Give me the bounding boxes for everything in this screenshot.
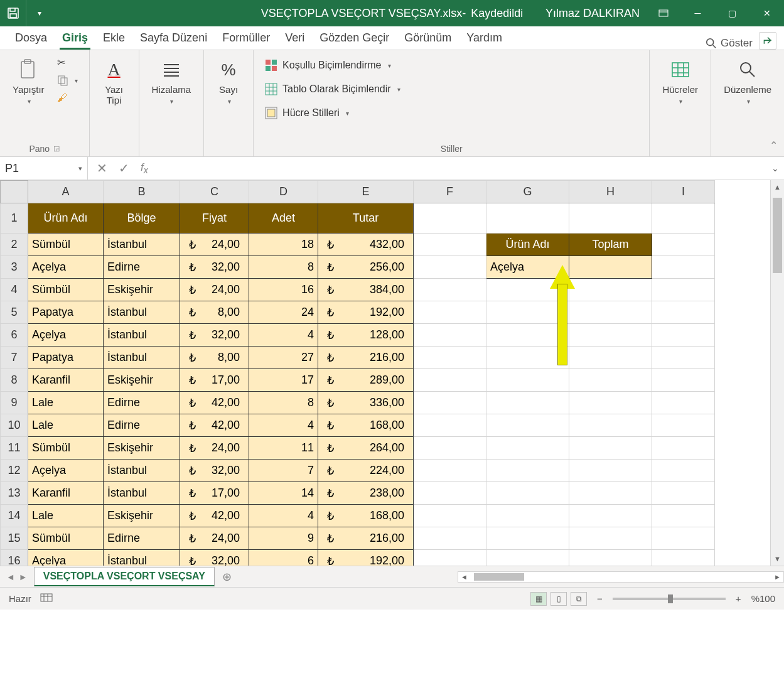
cell[interactable] xyxy=(414,234,486,256)
cell[interactable]: 7 xyxy=(249,460,318,482)
customize-qat[interactable]: ▾ xyxy=(26,0,53,26)
select-all-corner[interactable] xyxy=(1,181,28,203)
copy-button[interactable]: ▾ xyxy=(55,73,80,87)
cell[interactable] xyxy=(414,369,486,392)
cancel-icon[interactable]: ✕ xyxy=(97,161,107,176)
cell[interactable]: ₺8,00 xyxy=(180,347,249,369)
cell[interactable]: Karanfil xyxy=(28,369,104,392)
table-header-cell[interactable]: Toplam xyxy=(569,234,652,256)
cell[interactable] xyxy=(569,279,652,301)
cell[interactable]: ₺168,00 xyxy=(318,414,414,437)
row-header[interactable]: 6 xyxy=(1,324,28,347)
row-header[interactable]: 3 xyxy=(1,256,28,279)
zoom-slider[interactable] xyxy=(613,598,726,600)
tell-me-search[interactable]: Göster xyxy=(699,37,759,50)
cell[interactable]: ₺32,00 xyxy=(180,460,249,482)
cell[interactable]: Sümbül xyxy=(28,437,104,460)
tab-giris[interactable]: Giriş xyxy=(55,26,95,50)
cell[interactable] xyxy=(652,347,715,369)
tab-sayfa-duzeni[interactable]: Sayfa Düzeni xyxy=(132,26,215,50)
table-header-cell[interactable]: Ürün Adı xyxy=(28,203,104,234)
cell[interactable] xyxy=(569,369,652,392)
cell[interactable]: 6 xyxy=(249,550,318,566)
cell[interactable] xyxy=(486,527,569,550)
tab-dosya[interactable]: Dosya xyxy=(8,26,55,50)
minimize-button[interactable]: ─ xyxy=(680,0,715,26)
column-header[interactable]: G xyxy=(486,181,569,203)
cell[interactable]: 9 xyxy=(249,527,318,550)
close-button[interactable]: ✕ xyxy=(749,0,784,26)
cut-button[interactable]: ✂ xyxy=(55,55,80,70)
row-header[interactable]: 8 xyxy=(1,369,28,392)
cell[interactable]: 11 xyxy=(249,437,318,460)
cell[interactable] xyxy=(569,347,652,369)
cell[interactable]: 17 xyxy=(249,369,318,392)
cell[interactable] xyxy=(486,505,569,527)
paste-button[interactable]: Yapıştır▾ xyxy=(9,55,48,109)
cell[interactable]: Sümbül xyxy=(28,234,104,256)
cell[interactable]: İstanbul xyxy=(104,460,180,482)
cell[interactable] xyxy=(569,256,652,279)
dialog-launcher-icon[interactable]: ◲ xyxy=(53,144,60,152)
cell[interactable] xyxy=(486,301,569,324)
cell[interactable] xyxy=(652,256,715,279)
cell[interactable]: ₺336,00 xyxy=(318,392,414,414)
cell[interactable]: Açelya xyxy=(28,324,104,347)
cell[interactable] xyxy=(486,324,569,347)
cell[interactable]: ₺24,00 xyxy=(180,527,249,550)
cell[interactable] xyxy=(414,414,486,437)
cells-button[interactable]: Hücreler▾ xyxy=(658,55,702,109)
cell[interactable] xyxy=(486,460,569,482)
zoom-level[interactable]: %100 xyxy=(751,593,775,604)
cell[interactable]: 14 xyxy=(249,482,318,505)
cell[interactable] xyxy=(414,482,486,505)
cell[interactable]: Sümbül xyxy=(28,527,104,550)
font-button[interactable]: A Yazı Tipi xyxy=(99,55,130,109)
cell[interactable] xyxy=(414,203,486,234)
row-header[interactable]: 5 xyxy=(1,301,28,324)
cell[interactable]: Eskişehir xyxy=(104,505,180,527)
column-header[interactable]: C xyxy=(180,181,249,203)
expand-formula-bar[interactable]: ⌄ xyxy=(766,157,784,180)
cell[interactable] xyxy=(486,550,569,566)
cell[interactable]: İstanbul xyxy=(104,301,180,324)
cell[interactable] xyxy=(486,482,569,505)
alignment-button[interactable]: Hizalama▾ xyxy=(148,55,195,109)
cell[interactable]: Açelya xyxy=(28,550,104,566)
row-header[interactable]: 9 xyxy=(1,392,28,414)
table-header-cell[interactable]: Bölge xyxy=(104,203,180,234)
row-header[interactable]: 11 xyxy=(1,437,28,460)
cell[interactable]: Edirne xyxy=(104,256,180,279)
cell[interactable]: İstanbul xyxy=(104,324,180,347)
table-header-cell[interactable]: Tutar xyxy=(318,203,414,234)
cell[interactable]: 4 xyxy=(249,505,318,527)
cell[interactable] xyxy=(652,324,715,347)
cell[interactable]: ₺42,00 xyxy=(180,414,249,437)
horizontal-scrollbar[interactable]: ◄► xyxy=(458,571,784,583)
cell[interactable]: İstanbul xyxy=(104,482,180,505)
tab-veri[interactable]: Veri xyxy=(277,26,312,50)
cell[interactable]: ₺256,00 xyxy=(318,256,414,279)
cell[interactable] xyxy=(652,392,715,414)
cell[interactable]: ₺192,00 xyxy=(318,301,414,324)
cell[interactable] xyxy=(569,203,652,234)
cell[interactable] xyxy=(652,369,715,392)
cell[interactable] xyxy=(652,482,715,505)
column-header[interactable]: B xyxy=(104,181,180,203)
cell[interactable]: ₺128,00 xyxy=(318,324,414,347)
cell[interactable] xyxy=(414,324,486,347)
normal-view-icon[interactable]: ▦ xyxy=(530,592,547,606)
column-header[interactable]: H xyxy=(569,181,652,203)
format-as-table-button[interactable]: Tablo Olarak Biçimlendir▾ xyxy=(262,82,403,97)
conditional-formatting-button[interactable]: Koşullu Biçimlendirme▾ xyxy=(262,58,403,73)
fx-icon[interactable]: fx xyxy=(141,161,148,175)
number-button[interactable]: % Sayı▾ xyxy=(213,55,244,109)
cell[interactable]: ₺42,00 xyxy=(180,392,249,414)
cell[interactable] xyxy=(569,301,652,324)
cell[interactable] xyxy=(414,279,486,301)
cell[interactable]: 8 xyxy=(249,256,318,279)
cell[interactable]: ₺32,00 xyxy=(180,550,249,566)
row-header[interactable]: 14 xyxy=(1,505,28,527)
row-header[interactable]: 1 xyxy=(1,203,28,234)
cell[interactable] xyxy=(569,324,652,347)
